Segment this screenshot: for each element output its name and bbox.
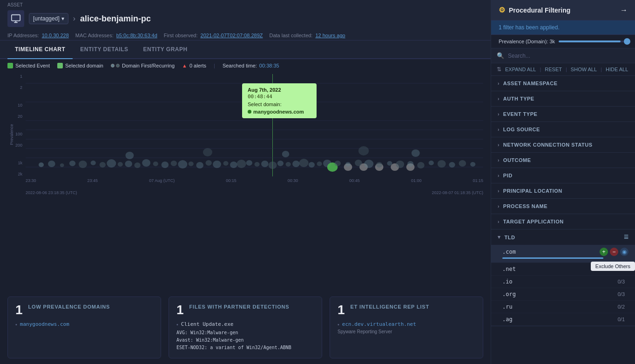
svg-point-10: [48, 161, 55, 167]
filter-section-pid: › PID: [491, 168, 635, 183]
filter-section-target-application: › TARGET APPLICATION: [491, 214, 635, 229]
svg-point-23: [171, 161, 177, 166]
svg-point-41: [317, 162, 322, 166]
svg-point-31: [237, 160, 246, 168]
svg-point-65: [282, 151, 290, 157]
filter-section-header-tld[interactable]: ▾ TLD ☰: [491, 229, 635, 245]
card-item-detections: AVG: Win32:Malware-gen Avast: Win32:Malw…: [176, 329, 314, 351]
legend-selected-domain: Selected domain: [57, 63, 103, 68]
sidebar-arrow-button[interactable]: →: [620, 6, 628, 14]
filter-section-header-event-type[interactable]: › EVENT TYPE: [491, 107, 635, 121]
tag-badge[interactable]: [untagged] ▾: [29, 13, 68, 24]
first-observed-value[interactable]: 2021-02-07T02:07:08.289Z: [201, 33, 263, 38]
svg-point-57: [417, 162, 425, 169]
legend-alerts: ▲ 0 alerts: [182, 63, 206, 68]
filter-section-auth-type: › AUTH TYPE: [491, 91, 635, 107]
chevron-down-icon: ▾: [61, 15, 64, 22]
mac-label: MAC Addresses:: [75, 33, 114, 38]
svg-point-66: [358, 146, 369, 155]
svg-point-38: [292, 161, 300, 167]
last-collected-label: Data last collected:: [269, 33, 312, 38]
svg-point-29: [223, 161, 228, 166]
tld-item-ag[interactable]: .ag 0/1: [491, 313, 635, 326]
filter-section-header-auth-type[interactable]: › AUTH TYPE: [491, 91, 635, 106]
svg-point-51: [355, 160, 362, 166]
tld-item-io[interactable]: .io 0/3: [491, 276, 635, 288]
filter-section-header-outcome[interactable]: › OUTCOME: [491, 153, 635, 168]
tab-entity-graph[interactable]: ENTITY GRAPH: [136, 40, 195, 59]
filter-section-header-target-application[interactable]: › TARGET APPLICATION: [491, 214, 635, 229]
page-title: alice-benjamin-pc: [80, 14, 151, 24]
tab-timeline-chart[interactable]: TIMELINE CHART: [7, 40, 73, 59]
last-collected-value[interactable]: 12 hours ago: [315, 33, 345, 38]
filter-applied-banner: 1 filter has been applied.: [491, 20, 635, 35]
show-all-button[interactable]: SHOW ALL: [571, 67, 597, 72]
filter-section-header-network-connection-status[interactable]: › NETWORK CONNECTION STATUS: [491, 137, 635, 152]
card-count-3: 1: [338, 303, 345, 317]
expand-all-button[interactable]: EXPAND ALL: [505, 67, 536, 72]
search-row: 🔍: [491, 48, 635, 63]
tld-item-com[interactable]: .com + − ◉: [491, 245, 635, 263]
x-axis-right-date: 2022-08-07 01:18:35 (UTC): [432, 190, 483, 195]
filter-section-header-principal-location[interactable]: › PRINCIPAL LOCATION: [491, 183, 635, 198]
first-observed-label: First observed:: [164, 33, 198, 38]
svg-point-18: [125, 161, 132, 167]
svg-point-36: [277, 161, 284, 166]
svg-point-22: [162, 162, 169, 168]
svg-point-67: [412, 149, 420, 157]
svg-point-63: [125, 152, 134, 159]
svg-point-50: [345, 162, 351, 167]
reset-button[interactable]: RESET: [545, 67, 562, 72]
tld-sub-button-com[interactable]: −: [610, 248, 618, 256]
x-axis: 23:30 23:45 07 Aug (UTC) 00:15 00:30 00:…: [26, 176, 483, 195]
tld-item-org[interactable]: .org 0/3: [491, 288, 635, 301]
tooltip-domain: manygoodnews.com: [248, 109, 311, 115]
x-axis-left-date: 2022-08-06 23:18:35 (UTC): [26, 190, 77, 195]
tld-item-ru[interactable]: .ru 0/2: [491, 301, 635, 313]
svg-point-64: [203, 148, 212, 156]
breadcrumb-separator: ›: [73, 14, 75, 23]
svg-point-39: [299, 159, 309, 167]
svg-point-54: [387, 161, 392, 166]
mac-address[interactable]: b5:0c:8b:30:63:4d: [116, 33, 157, 38]
card-et-intelligence: 1 ET INTELLIGENCE REP LIST • ecn.dev.vir…: [330, 297, 483, 358]
card-item-rep[interactable]: • ecn.dev.virtualearth.net: [338, 321, 475, 327]
tooltip-time: 00:48:44: [248, 94, 311, 100]
svg-point-35: [269, 162, 277, 169]
svg-point-14: [91, 161, 96, 165]
card-item-file[interactable]: • Client Update.exe: [176, 321, 314, 327]
svg-point-15: [100, 162, 106, 168]
prevalence-slider[interactable]: [559, 40, 628, 42]
filter-section-asset-namespace: › ASSET NAMESPACE: [491, 76, 635, 91]
tld-add-button-com[interactable]: +: [600, 248, 608, 256]
filter-section-header-asset-namespace[interactable]: › ASSET NAMESPACE: [491, 76, 635, 91]
tab-entity-details[interactable]: ENTITY DETAILS: [73, 40, 135, 59]
svg-point-21: [153, 162, 158, 166]
card-low-prevalence: 1 LOW PREVALENCE DOMAINS • manygoodnews.…: [7, 297, 161, 358]
y-axis: 1 2 10 20 100 200 1k 2k: [4, 74, 22, 176]
filter-section-header-log-source[interactable]: › LOG SOURCE: [491, 122, 635, 137]
card-count-2: 1: [176, 303, 184, 317]
card-title-2: FILES WITH PARTNER DETECTIONS: [189, 303, 290, 310]
svg-point-60: [449, 162, 455, 168]
svg-point-58: [429, 161, 434, 165]
hide-all-button[interactable]: HIDE ALL: [606, 67, 628, 72]
svg-rect-0: [12, 15, 20, 21]
filter-section-header-process-name[interactable]: › PROCESS NAME: [491, 199, 635, 214]
tld-filter-icon[interactable]: ☰: [624, 234, 629, 240]
card-count-1: 1: [15, 303, 23, 317]
asset-label: ASSET: [7, 3, 23, 7]
svg-point-20: [142, 159, 150, 167]
svg-point-26: [196, 162, 203, 169]
search-input[interactable]: [508, 53, 629, 59]
svg-point-27: [205, 160, 211, 166]
filter-section-header-pid[interactable]: › PID: [491, 168, 635, 183]
svg-point-40: [309, 162, 315, 168]
svg-point-28: [213, 161, 221, 168]
filter-section-outcome: › OUTCOME: [491, 153, 635, 168]
card-item-domain[interactable]: • manygoodnews.com: [15, 321, 153, 327]
ip-address[interactable]: 10.0.30.228: [42, 33, 69, 38]
tld-circle-button-com[interactable]: ◉: [620, 248, 628, 256]
svg-point-62: [470, 162, 475, 167]
svg-point-19: [134, 162, 140, 168]
